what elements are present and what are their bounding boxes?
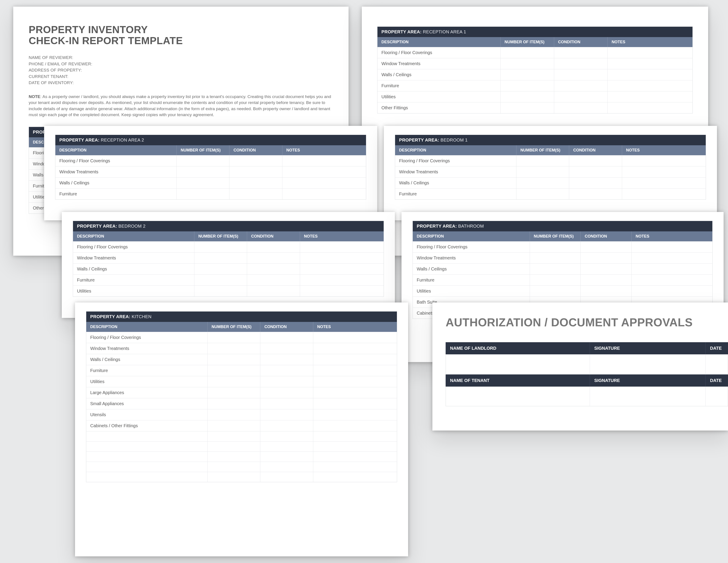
cell-condition[interactable]: [229, 155, 282, 166]
table-row[interactable]: [446, 354, 728, 374]
cell-notes[interactable]: [607, 69, 692, 80]
cell-condition[interactable]: [569, 155, 622, 166]
cell-number[interactable]: [176, 166, 229, 177]
cell-number[interactable]: [516, 155, 569, 166]
cell-condition[interactable]: [260, 420, 313, 431]
table-row[interactable]: Window Treatments: [55, 166, 366, 177]
table-row[interactable]: Window Treatments: [395, 166, 706, 177]
cell-condition[interactable]: [247, 252, 300, 263]
cell-notes[interactable]: [313, 354, 397, 365]
cell-number[interactable]: [176, 188, 229, 199]
table-row[interactable]: [86, 452, 397, 462]
table-row[interactable]: [86, 431, 397, 441]
cell-number[interactable]: [207, 343, 260, 354]
table-row[interactable]: [446, 387, 728, 406]
cell-notes[interactable]: [300, 274, 384, 286]
cell-notes[interactable]: [607, 102, 692, 113]
table-row[interactable]: Furniture: [55, 188, 366, 199]
cell-number[interactable]: [194, 252, 247, 263]
table-row[interactable]: Furniture: [73, 274, 384, 286]
cell-number[interactable]: [207, 398, 260, 409]
cell-notes[interactable]: [300, 263, 384, 274]
table-row[interactable]: Flooring / Floor Coverings: [377, 47, 692, 58]
table-row[interactable]: Window Treatments: [86, 343, 397, 354]
cell-condition[interactable]: [247, 286, 300, 297]
cell-number[interactable]: [500, 102, 554, 113]
cell-number[interactable]: [530, 263, 581, 274]
cell-number[interactable]: [500, 58, 554, 69]
table-row[interactable]: Window Treatments: [377, 58, 692, 69]
table-row[interactable]: Small Appliances: [86, 398, 397, 409]
cell-number[interactable]: [530, 286, 581, 297]
cell-condition[interactable]: [229, 166, 282, 177]
cell-number[interactable]: [530, 241, 581, 252]
cell-number[interactable]: [176, 177, 229, 188]
table-row[interactable]: Walls / Ceilings: [413, 263, 712, 274]
cell-notes[interactable]: [282, 177, 366, 188]
table-row[interactable]: Flooring / Floor Coverings: [73, 241, 384, 252]
cell-number[interactable]: [207, 365, 260, 376]
cell-condition[interactable]: [569, 166, 622, 177]
cell-notes[interactable]: [313, 332, 397, 343]
cell-notes[interactable]: [622, 177, 706, 188]
cell-number[interactable]: [207, 376, 260, 387]
table-row[interactable]: Window Treatments: [413, 252, 712, 263]
cell-condition[interactable]: [569, 177, 622, 188]
cell-notes[interactable]: [313, 420, 397, 431]
cell-number[interactable]: [176, 155, 229, 166]
cell-number[interactable]: [500, 80, 554, 91]
cell-notes[interactable]: [631, 241, 712, 252]
cell-number[interactable]: [194, 286, 247, 297]
cell-number[interactable]: [500, 91, 554, 102]
cell-condition[interactable]: [580, 241, 631, 252]
cell-condition[interactable]: [260, 332, 313, 343]
cell-number[interactable]: [194, 263, 247, 274]
cell-notes[interactable]: [300, 286, 384, 297]
table-row[interactable]: Walls / Ceilings: [377, 69, 692, 80]
cell-number[interactable]: [207, 409, 260, 420]
cell-notes[interactable]: [313, 387, 397, 398]
cell-notes[interactable]: [622, 155, 706, 166]
cell-condition[interactable]: [580, 286, 631, 297]
cell-number[interactable]: [194, 241, 247, 252]
cell-number[interactable]: [207, 387, 260, 398]
cell-condition[interactable]: [554, 102, 608, 113]
cell-condition[interactable]: [247, 241, 300, 252]
cell-notes[interactable]: [282, 155, 366, 166]
cell-condition[interactable]: [580, 274, 631, 286]
cell-number[interactable]: [516, 188, 569, 199]
table-row[interactable]: Walls / Ceilings: [395, 177, 706, 188]
table-row[interactable]: Cabinets / Other Fittings: [86, 420, 397, 431]
cell-notes[interactable]: [300, 252, 384, 263]
table-row[interactable]: [86, 472, 397, 482]
cell-notes[interactable]: [313, 409, 397, 420]
cell-notes[interactable]: [631, 274, 712, 286]
cell-notes[interactable]: [607, 58, 692, 69]
table-row[interactable]: Window Treatments: [73, 252, 384, 263]
cell-notes[interactable]: [313, 365, 397, 376]
table-row[interactable]: Flooring / Floor Coverings: [395, 155, 706, 166]
cell-notes[interactable]: [282, 166, 366, 177]
cell-notes[interactable]: [631, 263, 712, 274]
cell-condition[interactable]: [260, 365, 313, 376]
cell-number[interactable]: [207, 332, 260, 343]
cell-condition[interactable]: [554, 91, 608, 102]
table-row[interactable]: [86, 441, 397, 452]
cell-notes[interactable]: [607, 80, 692, 91]
cell-notes[interactable]: [313, 398, 397, 409]
cell-condition[interactable]: [229, 177, 282, 188]
table-row[interactable]: Large Appliances: [86, 387, 397, 398]
cell-notes[interactable]: [282, 188, 366, 199]
cell-notes[interactable]: [631, 252, 712, 263]
table-row[interactable]: Flooring / Floor Coverings: [55, 155, 366, 166]
cell-notes[interactable]: [313, 343, 397, 354]
cell-notes[interactable]: [607, 47, 692, 58]
cell-condition[interactable]: [260, 387, 313, 398]
cell-condition[interactable]: [260, 376, 313, 387]
cell-notes[interactable]: [300, 241, 384, 252]
cell-notes[interactable]: [622, 166, 706, 177]
cell-number[interactable]: [530, 274, 581, 286]
cell-notes[interactable]: [622, 188, 706, 199]
cell-condition[interactable]: [554, 80, 608, 91]
table-row[interactable]: Utilities: [86, 376, 397, 387]
